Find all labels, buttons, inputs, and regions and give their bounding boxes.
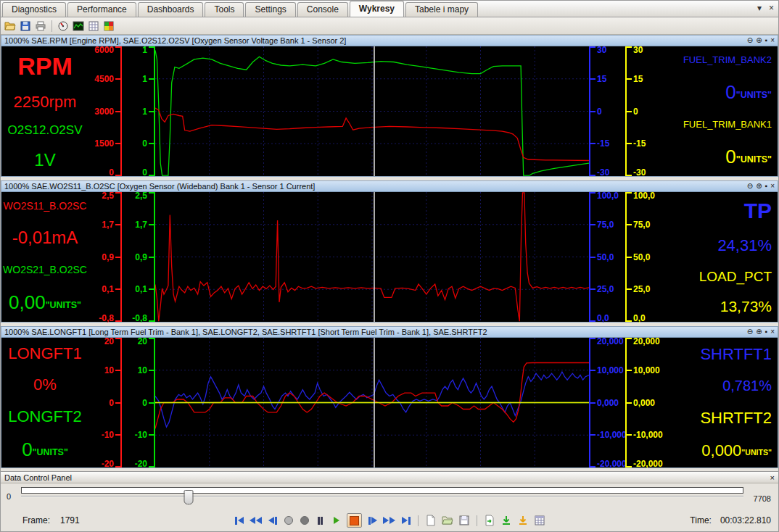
series-value: -0,01mA — [12, 228, 78, 248]
series-value: 13,73% — [720, 298, 772, 315]
download-orange-icon[interactable] — [517, 515, 529, 526]
restore-icon[interactable]: ▪ — [765, 328, 768, 336]
download-green-icon[interactable] — [500, 515, 512, 526]
pause-icon[interactable] — [315, 515, 326, 526]
series-name: LONGFT2 — [8, 407, 81, 426]
axis-tick-label: 1,7 — [102, 220, 114, 230]
left-series-labels: RPM 2250rpm O2S12.O2SV 1V — [1, 46, 88, 176]
new-file-icon[interactable] — [425, 515, 437, 526]
zoom-out-icon[interactable]: ⊖ — [747, 328, 753, 336]
time-value: 00:03:22.810 — [720, 515, 771, 525]
axis-o2-current-red: 2,51,70,90,1-0,8 — [88, 192, 122, 322]
axis-tick-label: -20,000 — [633, 459, 663, 469]
series-name: WO2S11_B.O2SC — [4, 200, 87, 212]
tab-performance[interactable]: Performance — [67, 2, 136, 17]
series-value: 0,781% — [722, 378, 772, 394]
axis-longft2: 20100-10-20 — [122, 338, 155, 467]
axis-tick-label: 75,0 — [597, 220, 614, 230]
axis-tick-label: -10 — [135, 430, 147, 440]
series-name: O2S12.O2SV — [7, 123, 82, 138]
axis-tick-label: 100,0 — [633, 191, 655, 201]
save-icon[interactable] — [19, 20, 32, 33]
open-file-icon[interactable] — [4, 20, 17, 33]
frame-label: Frame: — [22, 515, 50, 525]
plot-area[interactable] — [155, 192, 589, 322]
window-menu-icon[interactable]: ▾ — [757, 3, 762, 13]
close-icon[interactable]: × — [770, 36, 775, 45]
panel-title: 1000% SAE.LONGFT1 [Long Term Fuel Trim -… — [4, 327, 747, 337]
stop-icon[interactable] — [347, 513, 362, 528]
tab-settings[interactable]: Settings — [245, 2, 295, 17]
close-icon[interactable]: × — [770, 473, 775, 482]
chart-panel-rpm-o2: 1000% SAE.RPM [Engine RPM], SAE.O2S12.O2… — [1, 35, 778, 177]
skip-start-icon[interactable] — [234, 515, 244, 526]
zoom-in-icon[interactable]: ⊕ — [756, 328, 762, 336]
axis-tick-label: 15 — [633, 74, 643, 84]
close-icon[interactable]: × — [770, 182, 775, 191]
play-icon[interactable] — [331, 515, 342, 526]
axis-tick-label: 1 — [142, 45, 147, 55]
slider-min-label: 0 — [7, 492, 11, 501]
export-file-icon[interactable] — [484, 515, 495, 526]
record-light-icon[interactable] — [283, 515, 294, 526]
series-value: 1V — [34, 150, 55, 170]
status-row: Frame: 1791 Time: 00:03:22.810 — [1, 510, 778, 531]
series-value: 2250rpm — [14, 93, 77, 112]
close-icon[interactable]: × — [770, 328, 775, 336]
tab-console[interactable]: Console — [297, 2, 348, 17]
axis-tick-label: 25,0 — [597, 284, 614, 294]
restore-icon[interactable]: ▪ — [765, 182, 768, 191]
axis-o2-current-green: 2,51,70,90,1-0,8 — [122, 192, 155, 322]
chart-panel-wideband-o2: 1000% SAE.WO2S11_B.O2SC [Oxygen Sensor (… — [1, 180, 778, 323]
panel-title: 1000% SAE.RPM [Engine RPM], SAE.O2S12.O2… — [4, 36, 747, 46]
data-control-panel-header: Data Control Panel × — [1, 471, 778, 483]
save-file-icon[interactable] — [458, 515, 470, 526]
axis-tick-label: 1 — [142, 107, 147, 117]
window-close-icon[interactable]: × — [769, 3, 774, 13]
step-forward-icon[interactable] — [367, 515, 378, 526]
slider-max-label: 7708 — [754, 494, 771, 503]
tab-tabele-i-mapy[interactable]: Tabele i mapy — [405, 2, 478, 17]
skip-end-icon[interactable] — [400, 515, 411, 526]
series-name: FUEL_TRIM_BANK1 — [683, 119, 772, 130]
panel-title: 1000% SAE.WO2S11_B.O2SC [Oxygen Sensor (… — [4, 181, 747, 191]
axis-tick-label: 0,000 — [633, 398, 655, 408]
axis-tick-label: 0,1 — [135, 284, 147, 294]
axis-tick-label: 2,5 — [135, 191, 147, 201]
grid-view-icon[interactable] — [534, 515, 545, 526]
rewind-icon[interactable] — [250, 515, 262, 526]
map-icon[interactable] — [102, 20, 115, 33]
application-window: Diagnostics Performance Dashboards Tools… — [0, 0, 779, 532]
graph-icon[interactable] — [72, 20, 85, 33]
series-value: 24,31% — [717, 236, 772, 255]
zoom-in-icon[interactable]: ⊕ — [756, 36, 762, 45]
axis-tick-label: 100,0 — [597, 191, 619, 201]
zoom-out-icon[interactable]: ⊖ — [747, 36, 753, 45]
series-name: LONGFT1 — [8, 344, 81, 363]
tab-dashboards[interactable]: Dashboards — [138, 2, 204, 17]
step-back-icon[interactable] — [267, 515, 278, 526]
plot-area[interactable] — [155, 338, 589, 467]
slider-thumb[interactable] — [184, 490, 194, 504]
table-icon[interactable] — [87, 20, 100, 33]
plot-area[interactable] — [155, 46, 589, 176]
slider-groove — [21, 496, 743, 497]
tab-tools[interactable]: Tools — [205, 2, 244, 17]
slider-channel[interactable] — [21, 487, 743, 494]
record-dark-icon[interactable] — [299, 515, 310, 526]
open-folder-icon[interactable] — [442, 515, 453, 526]
tab-wykresy[interactable]: Wykresy — [350, 1, 404, 17]
axis-tick-label: 0 — [142, 398, 147, 408]
timeline-slider-track[interactable] — [21, 483, 743, 510]
frame-value: 1791 — [60, 515, 80, 525]
tab-diagnostics[interactable]: Diagnostics — [2, 2, 66, 17]
left-series-labels: WO2S11_B.O2SC -0,01mA WO2S21_B.O2SC 0,00… — [1, 192, 88, 322]
axis-tick-label: 0,1 — [102, 284, 114, 294]
axis-tick-label: 0,9 — [135, 252, 147, 262]
zoom-in-icon[interactable]: ⊕ — [756, 182, 762, 191]
zoom-out-icon[interactable]: ⊖ — [747, 182, 753, 191]
print-icon[interactable] — [34, 20, 47, 33]
fast-forward-icon[interactable] — [383, 515, 395, 526]
gauge-icon[interactable] — [57, 20, 70, 33]
restore-icon[interactable]: ▪ — [765, 36, 768, 45]
